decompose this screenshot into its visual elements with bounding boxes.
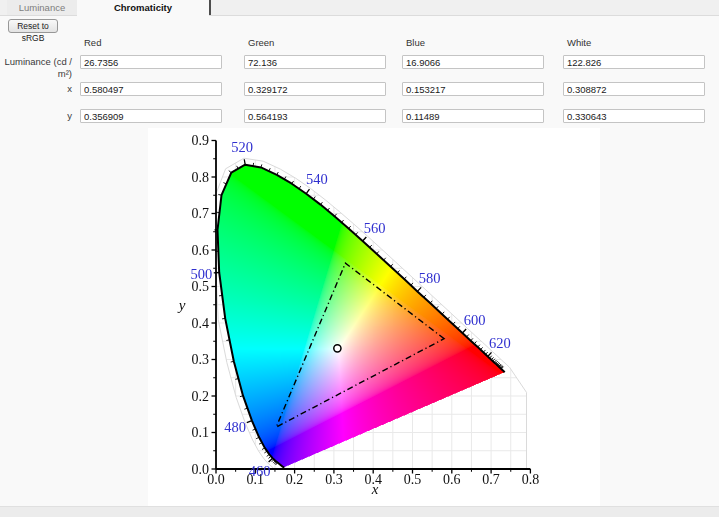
red-x-input[interactable] <box>80 82 222 96</box>
axis-title-y: y <box>177 297 186 313</box>
svg-text:500: 500 <box>190 266 212 282</box>
column-header-green: Green <box>248 37 274 48</box>
white-luminance-input[interactable] <box>563 55 705 69</box>
svg-text:0.8: 0.8 <box>522 472 540 487</box>
spectral-locus-path <box>218 165 505 468</box>
tab-chromaticity[interactable]: Chromaticity <box>77 0 209 16</box>
svg-text:600: 600 <box>464 312 486 328</box>
chart-overlay-layer: 0.00.10.20.30.40.50.60.70.80.00.10.20.30… <box>148 128 600 506</box>
svg-text:0.6: 0.6 <box>192 243 210 258</box>
svg-text:460: 460 <box>249 463 271 479</box>
chromaticity-window: { "tabs": { "items": [ {"label": "Lumina… <box>0 0 719 517</box>
tab-luminance[interactable]: Luminance <box>7 0 77 15</box>
svg-text:580: 580 <box>419 270 441 286</box>
green-x-input[interactable] <box>244 82 386 96</box>
svg-text:0.1: 0.1 <box>192 425 210 440</box>
svg-text:0.3: 0.3 <box>325 472 343 487</box>
svg-text:0.0: 0.0 <box>192 462 210 477</box>
row-label-x: x <box>0 83 72 95</box>
svg-text:0.6: 0.6 <box>443 472 461 487</box>
svg-text:560: 560 <box>364 220 386 236</box>
svg-text:0.2: 0.2 <box>286 472 304 487</box>
wavelength-ticks <box>214 159 504 465</box>
svg-text:0.5: 0.5 <box>404 472 422 487</box>
axis-title-x: x <box>371 481 379 497</box>
svg-text:0.2: 0.2 <box>192 389 210 404</box>
status-strip <box>0 506 719 517</box>
svg-text:0.7: 0.7 <box>482 472 500 487</box>
tab-bar: Luminance Chromaticity <box>0 0 719 16</box>
column-header-red: Red <box>84 37 101 48</box>
svg-text:0.4: 0.4 <box>192 316 210 331</box>
svg-text:0.8: 0.8 <box>192 170 210 185</box>
svg-text:620: 620 <box>489 335 511 351</box>
green-luminance-input[interactable] <box>244 55 386 69</box>
row-label-y: y <box>0 110 72 122</box>
green-y-input[interactable] <box>244 109 386 123</box>
row-label-luminance: Luminance (cd / m²) <box>0 56 72 68</box>
cie-chromaticity-chart: 0.00.10.20.30.40.50.60.70.80.00.10.20.30… <box>148 128 600 506</box>
content-pane: Reset to sRGB Red Green Blue White Lumin… <box>0 16 719 506</box>
column-header-white: White <box>567 37 591 48</box>
blue-x-input[interactable] <box>402 82 544 96</box>
srgb-gamut-triangle[interactable] <box>276 263 444 427</box>
svg-text:0.9: 0.9 <box>192 133 210 148</box>
svg-text:0.0: 0.0 <box>207 472 225 487</box>
white-y-input[interactable] <box>563 109 705 123</box>
wavelength-labels: 460480500520540560580600620 <box>190 139 510 479</box>
blue-luminance-input[interactable] <box>402 55 544 69</box>
column-header-blue: Blue <box>406 37 425 48</box>
svg-text:520: 520 <box>231 139 253 155</box>
tab-separator <box>209 0 211 15</box>
red-y-input[interactable] <box>80 109 222 123</box>
svg-text:540: 540 <box>306 171 328 187</box>
svg-text:480: 480 <box>224 419 246 435</box>
svg-text:0.7: 0.7 <box>192 206 210 221</box>
reset-srgb-button[interactable]: Reset to sRGB <box>8 19 58 33</box>
y-axis: 0.00.10.20.30.40.50.60.70.80.9 <box>192 133 217 477</box>
white-point-marker[interactable] <box>334 345 341 352</box>
red-luminance-input[interactable] <box>80 55 222 69</box>
white-x-input[interactable] <box>563 82 705 96</box>
blue-y-input[interactable] <box>402 109 544 123</box>
svg-text:0.3: 0.3 <box>192 352 210 367</box>
